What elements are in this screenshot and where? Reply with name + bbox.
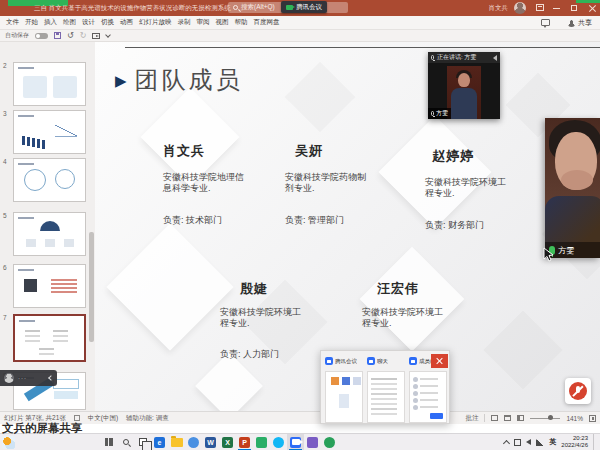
tab-slideshow[interactable]: 幻灯片放映	[139, 18, 172, 27]
avatar[interactable]	[514, 2, 526, 14]
preview-title-row: 聊天	[367, 355, 407, 367]
normal-view-icon[interactable]	[491, 415, 498, 421]
slide-thumbnail-7-selected[interactable]	[13, 314, 86, 362]
language-indicator[interactable]: 中文(中国)	[88, 414, 118, 423]
slide-thumbnail-3[interactable]	[13, 110, 86, 154]
accessibility-status[interactable]: 辅助功能: 调查	[126, 414, 169, 423]
meeting-float-chip[interactable]: ···	[0, 370, 57, 386]
tencent-meeting-badge[interactable]: 腾讯会议	[281, 1, 327, 13]
autosave-toggle[interactable]	[35, 33, 48, 39]
redo-icon[interactable]: ↻	[80, 32, 87, 40]
reading-view-icon[interactable]	[517, 415, 524, 421]
member-role: 负责: 财务部门	[425, 219, 484, 232]
network-icon[interactable]	[536, 439, 544, 446]
preview-title: 腾讯会议	[335, 358, 357, 365]
triangle-bullet-icon: ▶	[115, 73, 127, 88]
autosave-label: 自动保存	[5, 31, 29, 40]
ime-indicator[interactable]: 英	[549, 437, 556, 447]
panel-scrollbar[interactable]	[89, 232, 94, 342]
tab-insert[interactable]: 插入	[44, 18, 57, 27]
taskbar-icon-word[interactable]: W	[202, 434, 219, 450]
slide-sorter-view-icon[interactable]	[504, 415, 511, 421]
taskbar-icon-tencent-meeting[interactable]	[287, 434, 304, 450]
meeting-video-window[interactable]: 正在讲话: 方雯 方雯	[428, 52, 500, 119]
preview-thumbnail[interactable]	[409, 371, 447, 423]
video-feed: 方雯	[428, 63, 500, 119]
quick-access-toolbar: 自动保存 ↺ ↻	[0, 30, 600, 42]
tab-design[interactable]: 设计	[82, 18, 95, 27]
window-preview-chat[interactable]: 聊天	[367, 355, 407, 367]
window-preview-meeting[interactable]: 腾讯会议	[325, 355, 365, 367]
task-view-button[interactable]	[134, 434, 151, 450]
search-icon	[233, 5, 238, 10]
start-button[interactable]	[101, 434, 117, 450]
tab-home[interactable]: 开始	[25, 18, 38, 27]
video-window-header[interactable]: 正在讲话: 方雯	[428, 52, 500, 63]
qq-icon	[273, 437, 284, 448]
taskbar-icon-powerpoint[interactable]: P	[236, 434, 253, 450]
zoom-slider[interactable]	[530, 418, 560, 419]
tray-expand-icon[interactable]	[503, 439, 510, 446]
share-button[interactable]: 共享	[568, 18, 592, 28]
clock-time: 20:23	[573, 435, 588, 442]
speaking-label: 正在讲话: 方雯	[437, 53, 476, 62]
tray-app-icon[interactable]	[514, 439, 521, 446]
tab-view[interactable]: 视图	[216, 18, 229, 27]
taskbar-icon-qq[interactable]	[270, 434, 287, 450]
taskbar-icon-excel[interactable]: X	[219, 434, 236, 450]
ribbon-display-options-icon[interactable]	[536, 4, 544, 11]
mic-muted-float-button[interactable]	[565, 378, 591, 404]
taskbar-icon-wechat[interactable]	[253, 434, 270, 450]
taskbar-clock[interactable]: 20:23 2022/4/26	[561, 435, 588, 449]
start-slideshow-icon[interactable]	[92, 33, 100, 39]
fit-to-window-icon[interactable]	[589, 415, 596, 422]
customize-toolbar-icon[interactable]	[106, 32, 112, 38]
tab-help[interactable]: 帮助	[235, 18, 248, 27]
tab-baidu-netdisk[interactable]: 百度网盘	[254, 18, 280, 27]
taskbar-icon-browser[interactable]	[321, 434, 338, 450]
tab-review[interactable]: 审阅	[197, 18, 210, 27]
minimize-icon	[553, 8, 560, 9]
weather-widget-icon[interactable]	[2, 436, 15, 449]
tab-record[interactable]: 录制	[178, 18, 191, 27]
tab-transitions[interactable]: 切换	[101, 18, 114, 27]
taskbar-icon-chrome[interactable]	[185, 434, 202, 450]
share-label: 共享	[578, 18, 592, 28]
slide-thumbnail-4[interactable]	[13, 158, 86, 202]
tab-animations[interactable]: 动画	[120, 18, 133, 27]
slide-number: 6	[3, 264, 7, 271]
mic-muted-icon	[569, 382, 587, 400]
preview-thumbnail[interactable]	[325, 371, 363, 423]
save-icon[interactable]	[54, 32, 61, 39]
minimize-button[interactable]	[548, 0, 564, 16]
folder-icon	[171, 438, 183, 447]
thumbnail-graphic	[23, 76, 47, 98]
comments-icon[interactable]	[541, 19, 550, 26]
tab-draw[interactable]: 绘图	[63, 18, 76, 27]
taskbar-search-button[interactable]	[117, 434, 134, 450]
slide-number: 3	[3, 110, 7, 117]
undo-icon[interactable]: ↺	[67, 32, 74, 40]
taskbar-icon-edge[interactable]: e	[151, 434, 168, 450]
taskbar-icon-file-explorer[interactable]	[168, 434, 185, 450]
member-card: 殷婕 安徽科技学院环境工程专业. 负责: 人力部门	[220, 280, 268, 298]
titlebar: 三自 肖文兵基于高光谱技术的设施作物营养状况诊断的无损检测系统 搜索(Alt+Q…	[0, 0, 600, 16]
show-desktop-button[interactable]	[593, 434, 597, 450]
slide-thumbnail-5[interactable]	[13, 212, 86, 256]
volume-icon[interactable]	[526, 439, 531, 445]
notes-button[interactable]: 批注	[465, 414, 478, 423]
preview-thumbnail[interactable]	[367, 371, 405, 423]
account-name[interactable]: 肖文兵	[489, 4, 509, 13]
preview-close-button[interactable]	[431, 354, 448, 368]
slide-thumbnail-2[interactable]	[13, 62, 86, 106]
decor	[561, 170, 593, 190]
share-border-fragment	[576, 0, 600, 3]
tab-file[interactable]: 文件	[6, 18, 19, 27]
edge-icon: e	[154, 437, 165, 448]
camera-icon	[286, 5, 293, 10]
taskbar-icon-cloud-disk[interactable]	[304, 434, 321, 450]
slide-thumbnail-6[interactable]	[13, 264, 86, 308]
zoom-level[interactable]: 141%	[566, 415, 583, 422]
meeting-video-large[interactable]: 方雯	[545, 118, 600, 258]
windows-logo-icon	[105, 438, 113, 446]
